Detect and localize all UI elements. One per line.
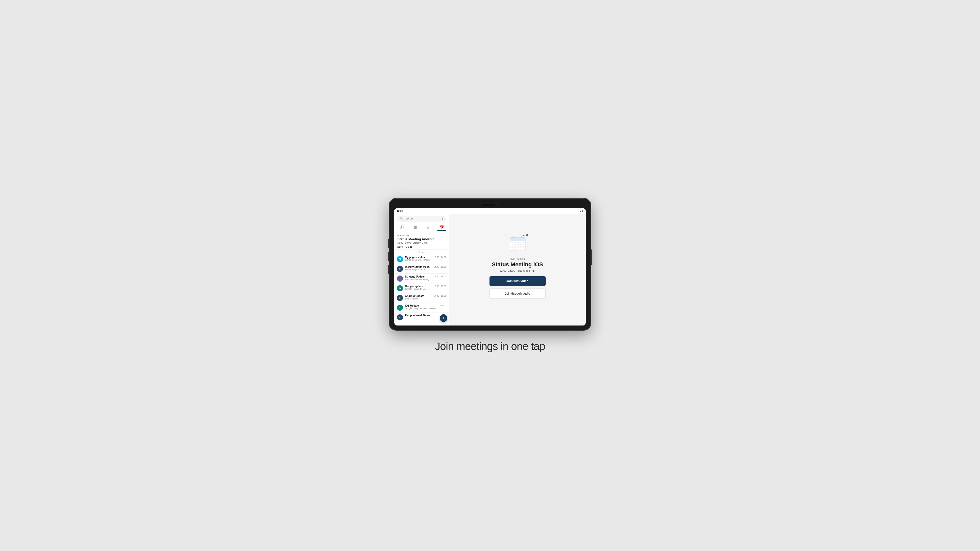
meeting-icon-pexip2: II <box>397 295 403 301</box>
meeting-sub: Google Hangouts Meet meeting <box>405 307 438 310</box>
status-time: 12:30 <box>397 210 403 212</box>
tablet-device: 12:30 ▲ ▮ 🔍 Search ⋮ 🕐 ⊞ # <box>389 198 591 330</box>
meeting-info: Strategy Update Microsoft Teams meeting <box>405 275 431 281</box>
meeting-icon-teams: T <box>397 275 403 282</box>
meeting-info: Google update Google Hangouts Meet meeti… <box>405 285 431 290</box>
meeting-time: 14:00 - 15:00 <box>434 265 446 268</box>
side-button-volume-up[interactable] <box>388 239 389 248</box>
tablet-screen: 12:30 ▲ ▮ 🔍 Search ⋮ 🕐 ⊞ # <box>394 208 586 326</box>
meeting-name: Pexip Internal Status <box>405 314 444 317</box>
svg-point-17 <box>523 246 524 247</box>
right-meeting-title: Status Meeting iOS <box>492 261 543 268</box>
meeting-name: My pages status <box>405 256 431 259</box>
list-item[interactable]: G iOS Update Google Hangouts Meet meetin… <box>394 303 449 313</box>
camera-dot <box>496 204 498 206</box>
meeting-icon-skype: S <box>397 256 403 262</box>
meeting-time: 12:00 - 14:00 <box>434 256 446 259</box>
meeting-sub: Svenn's room <box>405 297 431 300</box>
meeting-info: Weekly Status Meeting Michel Sager's roo… <box>405 265 431 271</box>
meeting-actions: EDIT JOIN <box>397 246 446 248</box>
meeting-time: 15:00 - 16:00 <box>434 275 446 278</box>
list-item[interactable]: T Strategy Update Microsoft Teams meetin… <box>394 274 449 283</box>
battery-icon: ▮ <box>582 210 583 212</box>
search-more-icon[interactable]: ⋮ <box>441 217 444 221</box>
tab-calendar[interactable]: 📅 <box>438 224 446 231</box>
meeting-info: My pages status Skype for Business meeti… <box>405 256 431 261</box>
search-bar[interactable]: 🔍 Search ⋮ <box>397 216 446 222</box>
meeting-detail: Next meeting Status Meeting iOS 12:00–13… <box>492 257 543 272</box>
tab-bar: 🕐 ⊞ # 📅 <box>394 223 449 232</box>
camera-cutout <box>482 204 495 206</box>
svg-point-10 <box>517 244 519 245</box>
list-item[interactable]: II Android Update Svenn's room 17:00 - 1… <box>394 293 449 303</box>
search-input[interactable]: Search <box>404 218 439 221</box>
next-meeting-label: Next meeting <box>397 234 446 237</box>
meeting-info: Pexip Internal Status <box>405 314 444 317</box>
day-header: Today <box>394 249 449 254</box>
calendar-dot <box>526 234 528 236</box>
svg-point-8 <box>512 244 514 245</box>
page-wrapper: 12:30 ▲ ▮ 🔍 Search ⋮ 🕐 ⊞ # <box>389 183 591 368</box>
edit-button[interactable]: EDIT <box>397 246 403 248</box>
svg-point-19 <box>515 249 516 250</box>
join-through-audio-button[interactable]: Join through audio <box>490 289 546 299</box>
svg-point-15 <box>517 246 519 247</box>
list-item[interactable]: II Weekly Status Meeting Michel Sager's … <box>394 264 449 274</box>
status-icons: ▲ ▮ <box>579 210 583 212</box>
tab-channel[interactable]: # <box>425 224 431 231</box>
right-panel: Next meeting Status Meeting iOS 12:00–13… <box>449 208 586 326</box>
meeting-info: iOS Update Google Hangouts Meet meeting <box>405 304 438 310</box>
list-item[interactable]: S My pages status Skype for Business mee… <box>394 254 449 264</box>
signal-icon: ▲ <box>579 210 581 212</box>
meeting-sub: Microsoft Teams meeting <box>405 278 431 281</box>
meeting-time: 18:00 - <box>440 304 446 307</box>
meeting-sub: Skype for Business meeting <box>405 259 431 261</box>
search-icon: 🔍 <box>399 217 403 221</box>
svg-point-14 <box>515 246 516 247</box>
action-buttons: Join with video Join through audio <box>490 276 546 299</box>
tablet-top-bezel <box>394 203 586 206</box>
meeting-icon-meet: G <box>397 285 403 291</box>
tab-directory[interactable]: ⊞ <box>412 224 419 231</box>
next-meeting-section: Next meeting Status Meeting Android 12:0… <box>394 232 449 249</box>
next-meeting-time: 12:00 - 13:00 · Starts in 5 min <box>397 241 446 244</box>
svg-point-9 <box>515 244 516 245</box>
calendar-red-dot <box>523 235 525 236</box>
side-button-power[interactable] <box>591 249 592 265</box>
meeting-name: Android Update <box>405 295 431 297</box>
svg-point-16 <box>520 246 521 247</box>
meeting-sub: Google Hangouts Meet meeting <box>405 288 431 290</box>
side-button-volume-down[interactable] <box>388 252 389 261</box>
add-meeting-fab[interactable]: + <box>440 314 447 322</box>
join-with-video-button[interactable]: Join with video <box>490 276 546 286</box>
svg-point-18 <box>512 249 514 250</box>
svg-point-11 <box>520 244 521 245</box>
svg-point-13 <box>512 246 514 247</box>
left-panel: 🔍 Search ⋮ 🕐 ⊞ # 📅 Next meeting Status M… <box>394 208 449 326</box>
calendar-svg <box>509 235 527 253</box>
meeting-name: iOS Update <box>405 304 438 307</box>
tab-recent[interactable]: 🕐 <box>397 224 406 231</box>
meeting-time: 17:00 - 18:00 <box>434 295 446 297</box>
meeting-sub: Michel Sager's room <box>405 268 431 271</box>
calendar-illustration <box>509 235 527 254</box>
meeting-name: Strategy Update <box>405 275 431 278</box>
meeting-list: Today S My pages status Skype for Busine… <box>394 249 449 326</box>
right-next-meeting-label: Next meeting <box>492 257 543 260</box>
svg-rect-4 <box>510 240 525 241</box>
meeting-name: Weekly Status Meeting <box>405 265 431 268</box>
list-item[interactable]: G Google update Google Hangouts Meet mee… <box>394 283 449 293</box>
svg-point-12 <box>523 244 524 245</box>
meeting-info: Android Update Svenn's room <box>405 295 431 300</box>
meeting-time: 16:00 - 17:00 <box>434 285 446 287</box>
status-bar: 12:30 ▲ ▮ <box>394 208 586 214</box>
next-meeting-title: Status Meeting Android <box>397 237 446 241</box>
meeting-icon-pexip: II <box>397 266 403 272</box>
page-tagline: Join meetings in one tap <box>435 340 545 353</box>
right-meeting-time: 12:00–13:00 · Starts in 5 min <box>492 269 543 272</box>
meeting-name: Google update <box>405 285 431 288</box>
side-button-mute[interactable] <box>388 265 389 274</box>
join-button[interactable]: JOIN <box>406 246 412 248</box>
meeting-icon-meet2: G <box>397 305 403 311</box>
meeting-icon-pexip3: II <box>397 314 403 321</box>
